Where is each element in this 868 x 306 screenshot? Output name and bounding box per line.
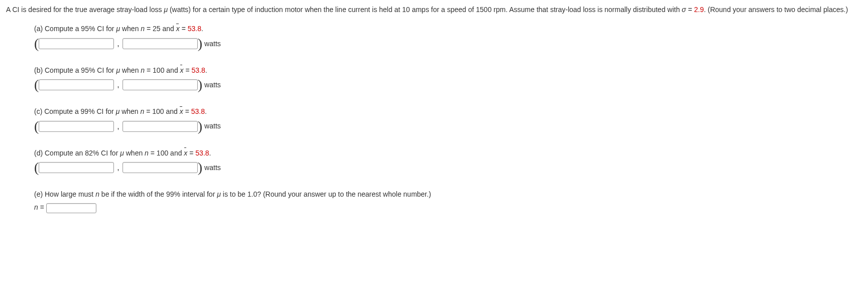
unit-label: watts [204,79,221,90]
comma: , [117,78,119,91]
xbar-symbol: x [180,65,184,76]
close-paren: ) [198,37,202,51]
part-c-nval: = 100 and [144,107,179,115]
n-eq: = [38,203,46,211]
close-paren: ) [198,119,202,133]
part-c-label: (c) Compute a 99% CI for [34,107,116,115]
part-e: (e) How large must n be if the width of … [34,189,862,213]
problem-intro: A CI is desired for the true average str… [6,4,862,15]
part-b-answer: ( , ) watts [34,78,862,92]
mu-symbol: μ [164,6,168,14]
part-d: (d) Compute an 82% CI for μ when n = 100… [34,147,862,175]
n-symbol: n [145,149,149,157]
part-c-prompt: (c) Compute a 99% CI for μ when n = 100 … [34,106,862,117]
part-b-xeq: = [184,66,192,74]
part-c-lower-input[interactable] [39,121,114,132]
part-a-upper-input[interactable] [122,38,198,49]
part-c: (c) Compute a 99% CI for μ when n = 100 … [34,106,862,133]
part-d-answer: ( , ) watts [34,161,862,175]
part-d-dot: . [209,149,211,157]
part-d-xval: 53.8 [195,149,209,157]
part-a-dot: . [201,25,203,33]
part-e-answer: n = [34,202,862,213]
part-e-label3: is to be 1.0? (Round your answer up to t… [221,190,431,198]
open-paren: ( [34,37,39,51]
part-e-label1: (e) How large must [34,190,95,198]
part-b-nval: = 100 and [145,66,180,74]
xbar-symbol: x [184,147,187,159]
part-c-answer: ( , ) watts [34,119,862,133]
unit-label: watts [204,120,221,131]
open-paren: ( [34,161,39,175]
part-d-when: when [124,149,145,157]
part-b-xval: 53.8 [192,66,205,74]
part-b-label: (b) Compute a 95% CI for [34,66,116,74]
part-b-lower-input[interactable] [39,79,114,90]
part-c-xeq: = [183,107,191,115]
part-a-label: (a) Compute a 95% CI for [34,25,116,33]
part-d-nval: = 100 and [149,149,184,157]
part-c-upper-input[interactable] [122,121,198,132]
xbar-symbol: x [176,23,180,34]
part-e-prompt: (e) How large must n be if the width of … [34,189,862,200]
part-a-answer: ( , ) watts [34,37,862,51]
mu-symbol: μ [116,66,120,74]
part-d-lower-input[interactable] [39,162,114,173]
part-b: (b) Compute a 95% CI for μ when n = 100 … [34,65,862,92]
part-a-xeq: = [180,25,188,33]
part-a-prompt: (a) Compute a 95% CI for μ when n = 25 a… [34,23,862,34]
comma: , [117,37,119,50]
xbar-symbol: x [180,106,183,117]
sigma-value: 2.9 [694,6,704,14]
mu-symbol: μ [120,149,124,157]
part-b-upper-input[interactable] [122,79,198,90]
part-a-xval: 53.8 [188,25,201,33]
open-paren: ( [34,78,39,92]
n-symbol: n [141,66,145,74]
part-c-dot: . [205,107,207,115]
sigma-symbol: σ [682,6,686,14]
intro-eq: = [686,6,694,14]
intro-text-2: (watts) for a certain type of induction … [168,6,682,14]
part-d-upper-input[interactable] [122,162,198,173]
unit-label: watts [204,162,221,173]
intro-text-1: A CI is desired for the true average str… [6,6,164,14]
mu-symbol: μ [116,25,120,33]
comma: , [117,161,119,174]
comma: , [117,120,119,133]
part-b-prompt: (b) Compute a 95% CI for μ when n = 100 … [34,65,862,76]
part-e-label2: be if the width of the 99% interval for [99,190,217,198]
close-paren: ) [198,78,202,92]
part-b-dot: . [205,66,207,74]
part-d-xeq: = [187,149,195,157]
n-symbol: n [95,190,99,198]
n-symbol: n [141,25,145,33]
part-c-when: when [119,107,140,115]
part-b-when: when [120,66,141,74]
unit-label: watts [204,38,221,49]
part-d-label: (d) Compute an 82% CI for [34,149,120,157]
close-paren: ) [198,161,202,175]
n-symbol: n [34,203,38,211]
part-d-prompt: (d) Compute an 82% CI for μ when n = 100… [34,147,862,159]
part-e-n-input[interactable] [46,203,96,213]
part-a-lower-input[interactable] [39,38,114,49]
mu-symbol: μ [217,190,221,198]
open-paren: ( [34,119,39,133]
part-c-xval: 53.8 [191,107,205,115]
part-a-nval: = 25 and [145,25,176,33]
part-a-when: when [120,25,141,33]
part-a: (a) Compute a 95% CI for μ when n = 25 a… [34,23,862,50]
intro-text-3: . (Round your answers to two decimal pla… [704,6,848,14]
